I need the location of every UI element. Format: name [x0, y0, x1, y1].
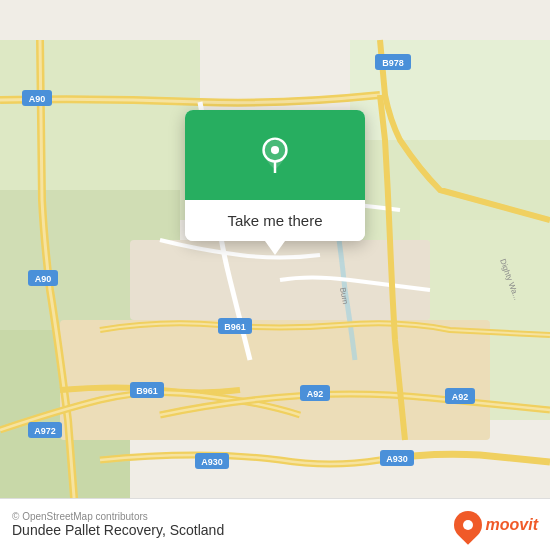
moovit-logo: moovit [454, 511, 538, 539]
info-bar-left: © OpenStreetMap contributors Dundee Pall… [12, 511, 224, 538]
svg-text:A90: A90 [29, 94, 46, 104]
popup-tail [265, 241, 285, 255]
svg-text:A92: A92 [307, 389, 324, 399]
location-name: Dundee Pallet Recovery, Scotland [12, 522, 224, 538]
svg-rect-8 [60, 320, 490, 440]
svg-text:B961: B961 [224, 322, 246, 332]
take-me-there-button[interactable]: Take me there [185, 200, 365, 241]
svg-text:A930: A930 [201, 457, 223, 467]
moovit-icon [448, 505, 488, 545]
svg-text:B978: B978 [382, 58, 404, 68]
moovit-text: moovit [486, 516, 538, 534]
popup-card: Take me there [185, 110, 365, 241]
popup-icon-area [185, 110, 365, 200]
osm-credit: © OpenStreetMap contributors [12, 511, 224, 522]
map-container: A90 A90 B978 B961 B961 A972 A92 A92 A930… [0, 0, 550, 550]
svg-text:A972: A972 [34, 426, 56, 436]
info-bar: © OpenStreetMap contributors Dundee Pall… [0, 498, 550, 550]
location-pin-icon [257, 137, 293, 173]
map-background: A90 A90 B978 B961 B961 A972 A92 A92 A930… [0, 0, 550, 550]
svg-text:A90: A90 [35, 274, 52, 284]
svg-text:B961: B961 [136, 386, 158, 396]
svg-text:A92: A92 [452, 392, 469, 402]
svg-text:A930: A930 [386, 454, 408, 464]
